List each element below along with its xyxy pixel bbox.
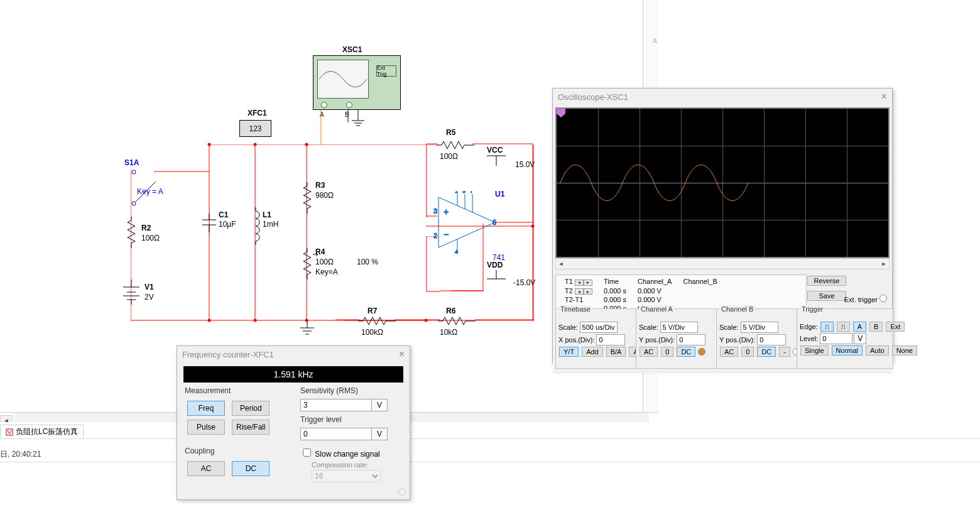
yt-button[interactable]: Y/T	[559, 347, 579, 357]
trigger-unit[interactable]: V	[371, 428, 388, 440]
wire-node	[305, 143, 308, 146]
dc-coupling-button[interactable]: DC	[232, 461, 270, 476]
source-v1[interactable]	[123, 280, 139, 305]
cha-zero-button[interactable]: 0	[661, 347, 673, 357]
triggerlevel-label: Trigger level	[300, 415, 401, 424]
trigger-ext-button[interactable]: Ext	[886, 322, 905, 332]
trigger-auto-button[interactable]: Auto	[866, 345, 889, 356]
edge-falling-button[interactable]: ⎍	[837, 322, 850, 332]
edge-rising-button[interactable]: ⎍	[820, 322, 834, 332]
svg-text:+: +	[444, 207, 449, 217]
s1a-label: S1A	[124, 158, 139, 167]
xsc-port-b[interactable]	[346, 102, 352, 108]
status-bar-time: 日, 20:40:21	[0, 449, 41, 460]
vdd-rail	[487, 270, 506, 283]
vcc-value: 15.0V	[515, 160, 535, 169]
sensitivity-input[interactable]	[300, 399, 372, 411]
cha-ypos-input[interactable]	[677, 334, 705, 345]
chb-dc-button[interactable]: DC	[757, 347, 776, 357]
chb-minus-button[interactable]: -	[779, 347, 790, 357]
pulse-button[interactable]: Pulse	[187, 420, 225, 435]
slowchange-checkbox[interactable]: Slow change signal	[300, 450, 380, 459]
trigger-none-button[interactable]: None	[892, 345, 917, 356]
capacitor-c1[interactable]	[202, 214, 216, 232]
chb-ypos-input[interactable]	[757, 334, 786, 345]
scope-scrollbar[interactable]: ◄ ►	[555, 258, 890, 269]
v1-value: 2V	[144, 293, 154, 302]
l1-value: 1mH	[263, 220, 278, 229]
resistor-r5[interactable]	[437, 139, 474, 151]
cha-dc-button[interactable]: DC	[677, 347, 695, 357]
dialog-titlebar[interactable]: Frequency counter-XFC1 ×	[177, 346, 410, 362]
xfc1-label: XFC1	[248, 109, 267, 117]
xsc-port-a[interactable]	[321, 102, 327, 108]
freq-counter-instrument[interactable]: 123	[239, 120, 271, 137]
tab-label: 负阻抗LC振荡仿真	[16, 426, 78, 437]
oscilloscope-dialog[interactable]: Oscilloscope-XSC1 × ◄	[552, 88, 893, 363]
xfc-display: 123	[249, 124, 261, 133]
r2-value: 100Ω	[141, 234, 160, 242]
timebase-xpos-input[interactable]	[596, 334, 625, 345]
t2-spinner[interactable]: ◄	[575, 288, 584, 295]
ac-coupling-button[interactable]: AC	[187, 461, 225, 476]
trigger-level-input[interactable]	[820, 333, 852, 344]
resistor-r2[interactable]	[126, 217, 137, 248]
period-button[interactable]: Period	[232, 401, 270, 416]
chb-zero-button[interactable]: 0	[741, 347, 754, 357]
waveform-cha	[557, 109, 890, 257]
resistor-r7[interactable]	[358, 315, 396, 327]
scroll-left-icon[interactable]: ◄	[0, 415, 13, 423]
measurement-label: Measurement	[185, 386, 291, 395]
chb-ac-button[interactable]: AC	[720, 347, 738, 357]
r6-label: R6	[446, 307, 455, 315]
r6-value: 10kΩ	[440, 328, 457, 337]
resize-grip-icon[interactable]	[398, 488, 406, 496]
scope-screen[interactable]	[555, 107, 890, 258]
vdd-label: VDD	[487, 261, 503, 269]
close-icon[interactable]: ×	[399, 349, 405, 360]
v1-label: V1	[144, 283, 154, 291]
freq-button[interactable]: Freq	[187, 401, 225, 416]
c1-value: 10µF	[219, 220, 236, 229]
inductor-l1[interactable]	[250, 207, 261, 245]
timebase-scale-input[interactable]	[580, 322, 618, 333]
t1-spinner[interactable]: ◄	[575, 280, 584, 286]
sensitivity-unit[interactable]: V	[371, 399, 388, 411]
ext-trigger-radio[interactable]	[879, 295, 887, 302]
trigger-level-input[interactable]	[300, 428, 372, 440]
trigger-level-unit[interactable]: V	[854, 333, 866, 344]
reverse-button[interactable]: Reverse	[807, 276, 846, 286]
resistor-r6[interactable]	[438, 315, 476, 327]
oscilloscope-instrument[interactable]: Ext Trig A B	[313, 55, 401, 110]
r5-label: R5	[446, 128, 455, 137]
cha-ac-button[interactable]: AC	[640, 347, 658, 357]
ba-button[interactable]: B/A	[606, 347, 626, 357]
save-button[interactable]: Save	[807, 291, 846, 301]
svg-point-16	[132, 202, 136, 205]
wire-node	[254, 319, 257, 322]
chb-scale-input[interactable]	[741, 322, 778, 333]
design-tab[interactable]: 负阻抗LC振荡仿真	[0, 425, 84, 439]
close-icon[interactable]: ×	[881, 91, 887, 102]
scroll-right-icon[interactable]: ►	[879, 261, 889, 267]
dialog-titlebar[interactable]: Oscilloscope-XSC1 ×	[553, 89, 892, 105]
risefall-button[interactable]: Rise/Fall	[232, 420, 270, 435]
cha-scale-input[interactable]	[660, 322, 698, 333]
trigger-b-button[interactable]: B	[869, 322, 883, 332]
trigger-a-button[interactable]: A	[853, 322, 866, 332]
cha-color-indicator[interactable]	[698, 348, 705, 356]
cha-legend: Channel A	[639, 305, 675, 313]
add-button[interactable]: Add	[582, 347, 603, 357]
resistor-r3[interactable]	[302, 182, 313, 214]
r3-value: 980Ω	[315, 191, 334, 200]
timebase-legend: Timebase	[558, 305, 592, 313]
chb-legend: Channel B	[719, 305, 755, 313]
trigger-legend: Trigger	[800, 305, 825, 313]
svg-text:−: −	[444, 229, 449, 239]
trigger-normal-button[interactable]: Normal	[832, 345, 863, 356]
freq-counter-dialog[interactable]: Frequency counter-XFC1 × 1.591 kHz Measu…	[177, 345, 410, 500]
scroll-left-icon[interactable]: ◄	[556, 261, 566, 267]
xsc1-label: XSC1	[342, 45, 362, 54]
trigger-single-button[interactable]: Single	[800, 345, 829, 356]
ext-trig-port: Ext Trig	[376, 65, 396, 77]
